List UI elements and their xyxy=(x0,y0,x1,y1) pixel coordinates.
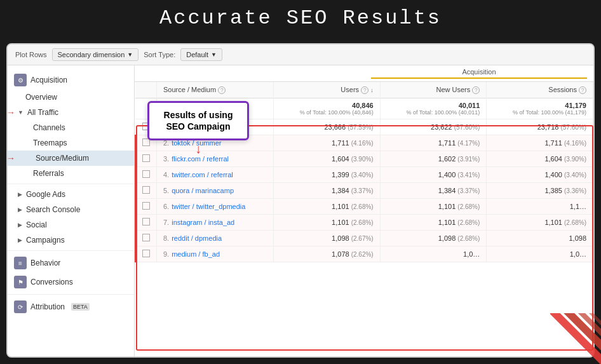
conversions-icon: ⚑ xyxy=(14,276,27,288)
sort-type-label: Sort Type: xyxy=(144,51,175,58)
secondary-dimension-button[interactable]: Secondary dimension ▼ xyxy=(52,48,139,61)
help-icon-3[interactable]: ? xyxy=(472,86,480,94)
new-users-header: New Users ? xyxy=(380,82,487,98)
row-sessions: 23,718 (57.60%) xyxy=(487,119,593,135)
beta-badge: BETA xyxy=(71,303,90,311)
sort-type-button[interactable]: Default ▼ xyxy=(180,48,222,61)
expand-icon-4: ▶ xyxy=(18,237,22,243)
sidebar-item-label: Behavior xyxy=(30,259,60,267)
sidebar-item-label: Conversions xyxy=(30,278,73,286)
users-header: Users ? ↓ xyxy=(274,82,381,98)
main-data-area: Acquisition Results of using SEO Campaig… xyxy=(135,65,593,356)
sidebar-item-source-medium[interactable]: → Source/Medium xyxy=(8,151,134,166)
help-icon[interactable]: ? xyxy=(218,86,226,94)
attribution-icon: ⟳ xyxy=(14,300,27,313)
sort-icon: ↓ xyxy=(370,87,374,93)
callout-arrow-icon: ↓ xyxy=(147,142,249,156)
acquisition-label: Acquisition xyxy=(371,68,587,79)
table-row: 6.twitter / twitter_dpmedia 1,101 (2.68%… xyxy=(135,199,593,215)
page-title: Accurate SEO Results xyxy=(0,0,601,35)
total-sessions: 41,179 % of Total: 100.00% (41,179) xyxy=(487,98,593,119)
expand-arrow-icon: ▼ xyxy=(18,109,24,116)
table-header-row: Source / Medium ? Users ? ↓ New Users ? … xyxy=(135,82,593,98)
chevron-down-icon-2: ▼ xyxy=(211,51,217,58)
red-arrow-icon: → xyxy=(8,107,15,118)
divider-3 xyxy=(8,294,134,295)
sidebar-item-channels[interactable]: Channels xyxy=(8,120,134,135)
divider-2 xyxy=(8,250,134,251)
sidebar-item-label: Acquisition xyxy=(30,76,67,84)
sidebar-item-search-console[interactable]: ▶ Search Console xyxy=(8,202,134,217)
table-row: 4.twitter.com / referral 1,399 (3.40%) 1… xyxy=(135,167,593,183)
row-new-users: 23,622 (57.60%) xyxy=(380,119,487,135)
plot-rows-label: Plot Rows xyxy=(15,51,47,58)
acquisition-icon: ⚙ xyxy=(14,74,27,86)
content-area: ⚙ Acquisition Overview → ▼ All Traffic C… xyxy=(8,65,593,356)
callout-box: Results of using SEO Campaign xyxy=(147,101,249,140)
outer-container: Accurate SEO Results Plot Rows Secondary… xyxy=(0,0,601,364)
corner-stripes-svg xyxy=(550,313,601,364)
expand-icon-2: ▶ xyxy=(18,206,22,213)
sidebar-item-behavior[interactable]: ≡ Behavior xyxy=(8,253,134,273)
sidebar-item-referrals[interactable]: Referrals xyxy=(8,166,134,181)
checkbox-col-header xyxy=(135,82,157,98)
expand-icon-3: ▶ xyxy=(18,222,22,228)
callout-text: Results of using SEO Campaign xyxy=(164,110,233,131)
red-arrow-icon-2: → xyxy=(8,153,15,163)
acquisition-column-header: Acquisition xyxy=(135,65,593,82)
total-users: 40,846 % of Total: 100.00% (40,846) xyxy=(274,98,381,119)
sidebar-item-treemaps[interactable]: Treemaps xyxy=(8,135,134,151)
sessions-header: Sessions ? xyxy=(487,82,593,98)
sidebar-item-conversions[interactable]: ⚑ Conversions xyxy=(8,273,134,292)
corner-decoration xyxy=(550,313,601,364)
source-medium-header: Source / Medium ? xyxy=(157,82,274,98)
help-icon-4[interactable]: ? xyxy=(579,86,586,94)
callout-overlay: Results of using SEO Campaign ↓ xyxy=(147,101,249,156)
sidebar-item-google-ads[interactable]: ▶ Google Ads xyxy=(8,187,134,202)
sidebar: ⚙ Acquisition Overview → ▼ All Traffic C… xyxy=(8,65,135,356)
toolbar: Plot Rows Secondary dimension ▼ Sort Typ… xyxy=(8,44,593,65)
expand-icon: ▶ xyxy=(18,191,22,198)
sidebar-item-social[interactable]: ▶ Social xyxy=(8,217,134,233)
sidebar-item-label: Attribution xyxy=(30,302,65,311)
data-table: Results of using SEO Campaign ↓ Source /… xyxy=(135,82,593,356)
sidebar-item-campaigns[interactable]: ▶ Campaigns xyxy=(8,233,134,248)
table-row: 5.quora / marinacamp 1,384 (3.37%) 1,384… xyxy=(135,183,593,199)
behavior-icon: ≡ xyxy=(14,257,27,269)
chevron-down-icon: ▼ xyxy=(127,51,133,58)
sidebar-item-label: All Traffic xyxy=(27,108,58,117)
sidebar-item-attribution[interactable]: ⟳ Attribution BETA xyxy=(8,297,134,316)
table-row: 8.reddit / dpmedia 1,098 (2.67%) 1,098 (… xyxy=(135,231,593,246)
row-users: 23,666 (57.59%) xyxy=(274,119,381,135)
table-row: 7.instagram / insta_ad 1,101 (2.68%) 1,1… xyxy=(135,215,593,231)
help-icon-2[interactable]: ? xyxy=(361,86,368,94)
divider-1 xyxy=(8,184,134,184)
sidebar-item-acquisition[interactable]: ⚙ Acquisition xyxy=(8,71,134,90)
ui-card: Plot Rows Secondary dimension ▼ Sort Typ… xyxy=(6,43,595,358)
total-new-users: 40,011 % of Total: 100.00% (40,011) xyxy=(380,98,487,119)
table-row: 9.medium / fb_ad 1,078 (2.62%) 1,0… 1,0… xyxy=(135,246,593,262)
sidebar-item-all-traffic[interactable]: → ▼ All Traffic xyxy=(8,105,134,120)
sidebar-item-overview[interactable]: Overview xyxy=(8,90,134,105)
